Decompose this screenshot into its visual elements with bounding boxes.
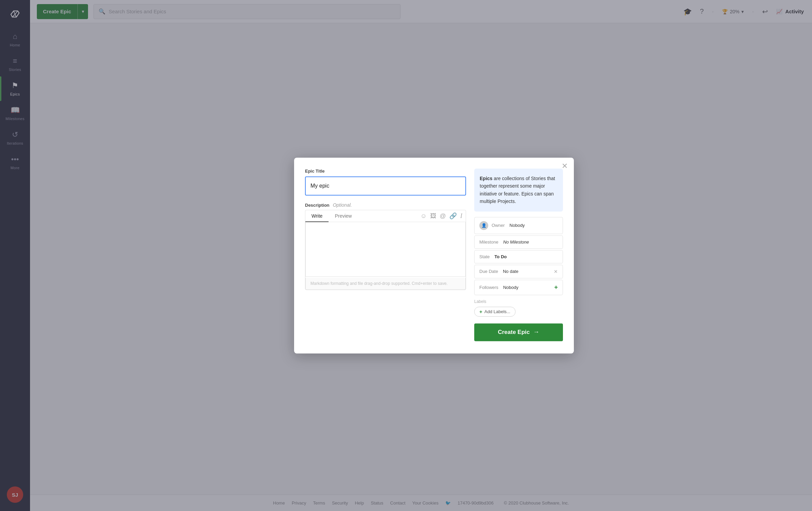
due-date-label: Due Date <box>479 269 498 274</box>
create-epic-arrow-icon: → <box>533 328 539 336</box>
add-labels-text: Add Labels... <box>484 309 510 314</box>
labels-section: Labels + Add Labels... <box>474 299 563 317</box>
due-date-value: No date <box>503 269 519 274</box>
create-epic-submit-label: Create Epic <box>498 329 530 336</box>
tab-preview[interactable]: Preview <box>329 210 358 222</box>
description-label: Description <box>305 203 330 208</box>
info-box: Epics are collections of Stories that to… <box>474 169 563 211</box>
image-icon[interactable]: 🖼 <box>430 213 436 220</box>
create-epic-submit-button[interactable]: Create Epic → <box>474 323 563 341</box>
labels-title: Labels <box>474 299 563 304</box>
owner-row[interactable]: 👤 Owner Nobody <box>474 217 563 234</box>
description-textarea[interactable] <box>305 222 466 277</box>
milestone-value: No Milestone <box>503 239 529 245</box>
desc-toolbar: ☺ 🖼 @ 🔗 I <box>417 210 466 222</box>
description-hint: Markdown formatting and file drag-and-dr… <box>305 278 466 290</box>
followers-value: Nobody <box>503 285 519 290</box>
followers-add-icon[interactable]: + <box>554 284 558 291</box>
milestone-row[interactable]: Milestone No Milestone <box>474 235 563 249</box>
create-epic-modal: ✕ Epic Title Description Optional. Write… <box>294 158 574 353</box>
modal-right-panel: Epics are collections of Stories that to… <box>474 169 563 341</box>
emoji-icon[interactable]: ☺ <box>420 213 426 220</box>
info-bold: Epics <box>480 176 492 181</box>
followers-row[interactable]: Followers Nobody + <box>474 280 563 295</box>
state-row[interactable]: State To Do <box>474 250 563 263</box>
add-labels-button[interactable]: + Add Labels... <box>474 307 516 317</box>
description-optional: Optional. <box>333 202 352 208</box>
due-date-row[interactable]: Due Date No date ✕ <box>474 265 563 278</box>
tab-write[interactable]: Write <box>305 210 329 222</box>
epic-title-label: Epic Title <box>305 169 466 174</box>
modal-left-panel: Epic Title Description Optional. Write P… <box>305 169 466 341</box>
owner-value: Nobody <box>509 223 525 228</box>
followers-label: Followers <box>479 285 498 290</box>
state-label: State <box>479 254 490 259</box>
due-date-clear-icon[interactable]: ✕ <box>554 269 558 274</box>
owner-avatar: 👤 <box>479 221 488 230</box>
epic-title-input[interactable] <box>305 176 466 195</box>
owner-label: Owner <box>492 223 505 228</box>
milestone-label: Milestone <box>479 239 498 245</box>
add-labels-plus-icon: + <box>479 309 482 315</box>
mention-icon[interactable]: @ <box>440 213 446 220</box>
modal-close-button[interactable]: ✕ <box>562 162 568 170</box>
link-icon[interactable]: 🔗 <box>449 212 457 220</box>
state-value: To Do <box>494 254 507 259</box>
italic-icon[interactable]: I <box>460 213 462 220</box>
